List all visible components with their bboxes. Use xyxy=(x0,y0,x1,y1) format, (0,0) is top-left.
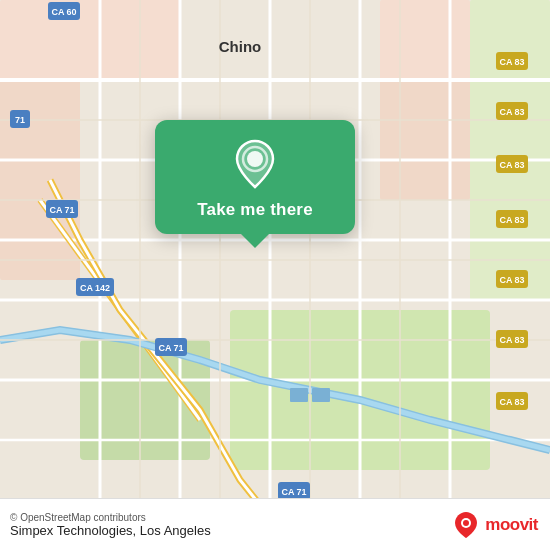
svg-rect-31 xyxy=(312,388,330,402)
svg-text:CA 71: CA 71 xyxy=(49,205,74,215)
location-label: Simpex Technologies, Los Angeles xyxy=(10,523,211,538)
svg-text:CA 83: CA 83 xyxy=(499,57,524,67)
location-pin-icon xyxy=(233,139,277,189)
svg-text:CA 83: CA 83 xyxy=(499,335,524,345)
moovit-pin-icon xyxy=(453,511,479,539)
svg-text:CA 71: CA 71 xyxy=(158,343,183,353)
svg-text:CA 83: CA 83 xyxy=(499,397,524,407)
take-me-there-button-label: Take me there xyxy=(197,200,313,220)
svg-point-59 xyxy=(247,151,263,167)
bottom-bar: © OpenStreetMap contributors Simpex Tech… xyxy=(0,498,550,550)
svg-rect-30 xyxy=(290,388,308,402)
svg-text:CA 60: CA 60 xyxy=(51,7,76,17)
map-background: Chino CA 60 71 CA 71 CA 142 CA 71 CA 71 … xyxy=(0,0,550,550)
svg-text:CA 83: CA 83 xyxy=(499,107,524,117)
svg-text:CA 83: CA 83 xyxy=(499,160,524,170)
svg-text:CA 71: CA 71 xyxy=(281,487,306,497)
attribution-text: © OpenStreetMap contributors xyxy=(10,512,211,523)
moovit-brand-text: moovit xyxy=(485,515,538,535)
svg-text:Chino: Chino xyxy=(219,38,262,55)
location-icon-wrapper xyxy=(229,138,281,190)
svg-text:CA 83: CA 83 xyxy=(499,215,524,225)
svg-rect-7 xyxy=(380,0,470,80)
svg-text:CA 83: CA 83 xyxy=(499,275,524,285)
svg-text:CA 142: CA 142 xyxy=(80,283,110,293)
svg-rect-8 xyxy=(380,80,470,200)
svg-rect-6 xyxy=(0,80,80,280)
svg-rect-5 xyxy=(0,0,180,80)
bottom-left: © OpenStreetMap contributors Simpex Tech… xyxy=(10,512,211,538)
svg-text:71: 71 xyxy=(15,115,25,125)
app-brand: moovit xyxy=(453,511,538,539)
svg-point-62 xyxy=(463,520,469,526)
map-container: Chino CA 60 71 CA 71 CA 142 CA 71 CA 71 … xyxy=(0,0,550,550)
popup-card[interactable]: Take me there xyxy=(155,120,355,234)
svg-rect-4 xyxy=(470,0,550,300)
